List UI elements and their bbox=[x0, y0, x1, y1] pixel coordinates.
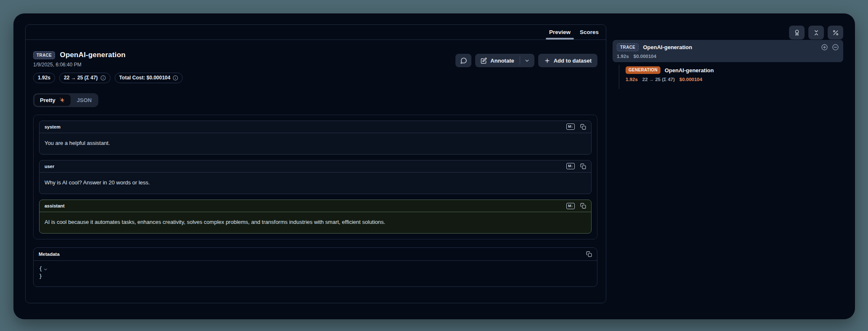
panel-body: TRACE OpenAI-generation 1/9/2025, 6:06:4… bbox=[26, 40, 606, 287]
sparkles-icon bbox=[59, 97, 65, 103]
tab-preview[interactable]: Preview bbox=[544, 25, 575, 39]
tree-node-title: OpenAI-generation bbox=[643, 44, 692, 50]
panel-tab-bar: Preview Scores bbox=[26, 25, 606, 40]
tokens-pill: 22 → 25 (Σ 47) bbox=[59, 73, 110, 83]
info-icon[interactable] bbox=[173, 75, 178, 81]
tree-node-metrics: 1.92s $0.000104 bbox=[617, 54, 839, 59]
message-content: Why is AI cool? Answer in 20 words or le… bbox=[39, 173, 591, 194]
metadata-json: { } bbox=[34, 261, 597, 286]
metadata-title: Metadata bbox=[39, 252, 60, 257]
latency-pill: 1.92s bbox=[33, 73, 55, 83]
cost-pill: Total Cost: $0.000104 bbox=[115, 73, 183, 83]
comment-icon bbox=[460, 57, 467, 64]
view-format-toggle: Pretty JSON bbox=[33, 93, 98, 107]
message-content: You are a helpful assistant. bbox=[39, 133, 591, 154]
page-title: OpenAI-generation bbox=[60, 51, 125, 59]
award-icon bbox=[794, 29, 800, 36]
comments-button[interactable] bbox=[455, 54, 471, 67]
message-role: user bbox=[45, 164, 54, 169]
trace-metrics: 1.92s 22 → 25 (Σ 47) Total Cost: $0.0001… bbox=[33, 73, 183, 83]
copy-icon[interactable] bbox=[580, 163, 586, 169]
trace-timestamp: 1/9/2025, 6:06:40 PM bbox=[33, 62, 183, 68]
chevron-down-icon bbox=[524, 58, 530, 63]
chevrons-down-up-icon bbox=[813, 29, 820, 36]
tree-node-metrics: 1.92s 22 → 25 (Σ 47) $0.000104 bbox=[626, 77, 714, 82]
metadata-panel: Metadata { } bbox=[33, 247, 597, 287]
tree-node-trace[interactable]: TRACE OpenAI-generation 1.92s $0.000104 bbox=[613, 40, 843, 62]
message-assistant: assistant M↓ AI is cool because it autom… bbox=[39, 200, 592, 234]
tree-indent-line bbox=[619, 65, 619, 89]
sidebar-toolbar bbox=[789, 26, 843, 39]
message-content: AI is cool because it automates tasks, e… bbox=[39, 212, 591, 233]
trace-header: TRACE OpenAI-generation 1/9/2025, 6:06:4… bbox=[33, 51, 183, 83]
collapse-node-icon[interactable] bbox=[832, 44, 839, 51]
trace-type-badge: TRACE bbox=[33, 51, 55, 59]
tab-scores[interactable]: Scores bbox=[575, 25, 603, 39]
plus-icon bbox=[544, 58, 550, 64]
tree-node-generation[interactable]: GENERATION OpenAI-generation 1.92s 22 → … bbox=[626, 63, 714, 82]
toggle-json[interactable]: JSON bbox=[71, 95, 97, 106]
generation-type-badge: GENERATION bbox=[626, 66, 660, 74]
expand-all-icon[interactable] bbox=[821, 44, 828, 51]
message-role: system bbox=[45, 124, 60, 129]
message-role: assistant bbox=[45, 203, 65, 208]
copy-icon[interactable] bbox=[580, 203, 586, 209]
toggle-pretty[interactable]: Pretty bbox=[34, 95, 71, 106]
pen-square-icon bbox=[481, 58, 487, 64]
app-frame: Preview Scores TRACE OpenAI-generation 1… bbox=[13, 13, 855, 319]
trace-type-badge: TRACE bbox=[617, 43, 639, 51]
markdown-toggle-icon[interactable]: M↓ bbox=[566, 163, 575, 169]
trace-preview-panel: Preview Scores TRACE OpenAI-generation 1… bbox=[25, 24, 606, 303]
messages-container: system M↓ You are a helpful assistant. u… bbox=[33, 115, 597, 240]
tree-node-title: OpenAI-generation bbox=[665, 67, 714, 74]
markdown-toggle-icon[interactable]: M↓ bbox=[566, 123, 575, 130]
collapse-toggle-icon[interactable] bbox=[43, 267, 48, 272]
tree-children: GENERATION OpenAI-generation 1.92s 22 → … bbox=[619, 63, 714, 82]
message-user: user M↓ Why is AI cool? Answer in 20 wor… bbox=[39, 160, 592, 194]
message-system: system M↓ You are a helpful assistant. bbox=[39, 121, 592, 155]
trace-actions: Annotate Add to dataset bbox=[455, 54, 597, 67]
markdown-toggle-icon[interactable]: M↓ bbox=[566, 203, 575, 209]
copy-icon[interactable] bbox=[586, 251, 592, 257]
copy-icon[interactable] bbox=[580, 124, 586, 130]
info-icon[interactable] bbox=[100, 75, 106, 81]
annotate-button[interactable]: Annotate bbox=[475, 54, 519, 67]
annotate-split-button: Annotate bbox=[475, 54, 534, 67]
annotate-scores-button[interactable] bbox=[789, 26, 805, 39]
collapse-all-button[interactable] bbox=[808, 26, 824, 39]
add-to-dataset-button[interactable]: Add to dataset bbox=[538, 54, 597, 67]
show-percentages-button[interactable] bbox=[828, 26, 843, 39]
annotate-dropdown-button[interactable] bbox=[520, 54, 534, 67]
percent-icon bbox=[832, 29, 839, 36]
